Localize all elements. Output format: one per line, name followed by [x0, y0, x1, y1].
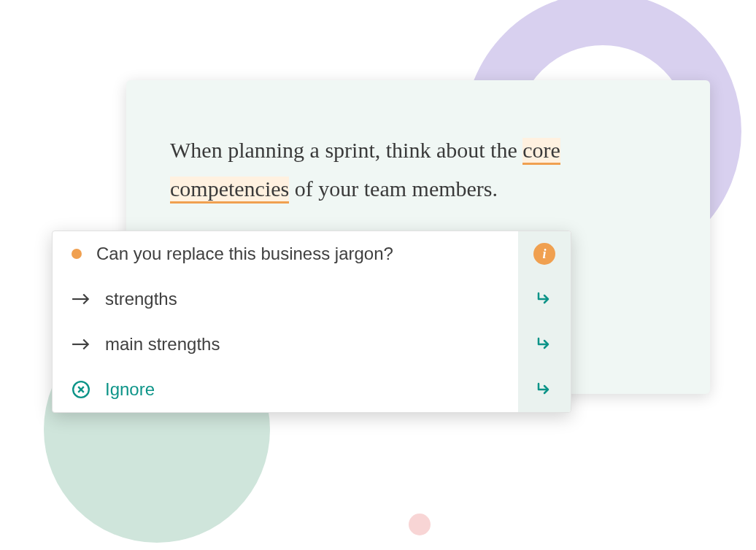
suggestion-card: Can you replace this business jargon? st… [52, 231, 571, 413]
apply-cell-3[interactable] [536, 367, 553, 412]
suggestion-prompt-row: Can you replace this business jargon? [53, 231, 518, 276]
editor-text-before: When planning a sprint, think about the [170, 138, 522, 162]
suggestion-option-2[interactable]: main strengths [53, 322, 518, 367]
info-cell[interactable]: i [533, 231, 555, 276]
apply-cell-1[interactable] [536, 276, 553, 322]
ignore-button[interactable]: Ignore [53, 367, 518, 412]
arrow-right-icon [72, 337, 90, 352]
suggestion-option-label: strengths [105, 289, 177, 309]
suggestion-option-label: main strengths [105, 334, 220, 355]
suggestion-option-1[interactable]: strengths [53, 276, 518, 322]
bullet-icon [72, 249, 82, 259]
arrow-right-icon [72, 292, 90, 306]
suggestion-prompt-text: Can you replace this business jargon? [96, 244, 393, 264]
corner-down-right-icon [536, 336, 553, 353]
editor-text[interactable]: When planning a sprint, think about the … [170, 131, 637, 208]
corner-down-right-icon [536, 381, 553, 398]
apply-cell-2[interactable] [536, 322, 553, 367]
close-circle-icon [72, 380, 90, 399]
info-icon: i [533, 243, 555, 265]
suggestion-main: Can you replace this business jargon? st… [53, 231, 518, 412]
decorative-circle-pink [409, 514, 431, 535]
ignore-label: Ignore [105, 379, 155, 400]
corner-down-right-icon [536, 290, 553, 308]
suggestion-side-column: i [518, 231, 571, 412]
editor-text-after: of your team members. [289, 177, 498, 201]
